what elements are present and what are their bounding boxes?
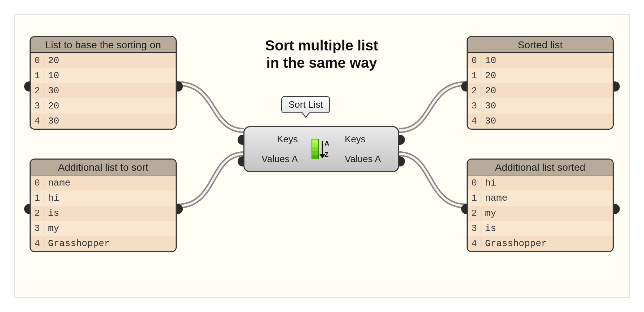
table-row: 120 — [468, 68, 613, 83]
row-index: 4 — [468, 238, 481, 249]
table-row: 020 — [31, 53, 176, 68]
sort-az-icon: A Z — [312, 138, 331, 161]
panel-output-grip[interactable] — [176, 81, 183, 92]
row-value: 20 — [481, 85, 496, 96]
row-index: 2 — [468, 85, 481, 96]
heading-line2: in the same way — [266, 55, 377, 71]
row-value: 30 — [481, 116, 496, 126]
row-index: 2 — [31, 208, 44, 219]
canvas[interactable]: Sort multiple list in the same way Sort … — [14, 14, 630, 298]
table-row: 0name — [31, 175, 176, 191]
panel-source-keys[interactable]: List to base the sorting on 020110230320… — [30, 36, 177, 130]
row-index: 3 — [31, 223, 44, 234]
table-row: 110 — [31, 68, 176, 83]
row-index: 1 — [468, 70, 481, 81]
table-row: 2my — [468, 206, 613, 221]
row-value: 10 — [481, 55, 496, 66]
row-value: is — [481, 223, 496, 234]
sort-output-grip-values[interactable] — [398, 156, 405, 166]
table-row: 2is — [31, 206, 176, 221]
row-index: 0 — [31, 178, 44, 188]
panel-output-grip[interactable] — [613, 204, 620, 214]
row-index: 2 — [468, 208, 481, 219]
panel-title: List to base the sorting on — [31, 37, 176, 53]
row-index: 0 — [468, 178, 481, 188]
row-value: my — [44, 223, 59, 234]
row-value: 20 — [44, 55, 59, 66]
table-row: 330 — [468, 98, 613, 113]
diagram-title: Sort multiple list in the same way — [210, 37, 433, 71]
table-row: 4Grasshopper — [468, 236, 613, 251]
row-index: 0 — [31, 55, 44, 66]
row-value: 30 — [44, 85, 59, 96]
panel-rows: 0name1hi2is3my4Grasshopper — [31, 175, 176, 251]
row-value: Grasshopper — [44, 238, 110, 249]
row-value: Grasshopper — [481, 238, 547, 249]
table-row: 4Grasshopper — [31, 236, 176, 251]
row-value: 30 — [481, 101, 496, 111]
panel-title: Additional list sorted — [468, 160, 613, 175]
row-index: 4 — [468, 116, 481, 126]
table-row: 010 — [468, 53, 613, 68]
panel-rows: 0hi1name2my3is4Grasshopper — [468, 175, 613, 251]
row-index: 1 — [468, 193, 481, 204]
output-port-keys-label: Keys — [345, 134, 398, 145]
row-index: 4 — [31, 238, 44, 249]
row-value: hi — [44, 193, 59, 204]
table-row: 0hi — [468, 175, 613, 191]
panel-title: Additional list to sort — [31, 160, 176, 175]
row-value: my — [481, 208, 496, 219]
panel-rows: 020110230320430 — [31, 53, 176, 129]
table-row: 3is — [468, 221, 613, 236]
row-index: 0 — [468, 55, 481, 66]
table-row: 430 — [468, 113, 613, 129]
panel-sorted-values[interactable]: Additional list sorted 0hi1name2my3is4Gr… — [467, 159, 614, 252]
output-port-values-label: Values A — [345, 153, 398, 165]
row-index: 3 — [468, 101, 481, 111]
sort-list-component[interactable]: Keys Values A A Z Keys Values A — [243, 126, 399, 172]
row-value: name — [44, 178, 70, 188]
table-row: 1hi — [31, 191, 176, 206]
row-index: 1 — [31, 193, 44, 204]
row-index: 3 — [31, 101, 44, 111]
row-index: 4 — [31, 116, 44, 126]
table-row: 1name — [468, 191, 613, 206]
table-row: 230 — [31, 83, 176, 98]
panel-title: Sorted list — [468, 37, 613, 53]
input-port-keys-label: Keys — [244, 134, 298, 145]
row-value: hi — [481, 178, 496, 188]
row-value: 10 — [44, 70, 59, 81]
row-value: is — [44, 208, 59, 219]
row-value: name — [481, 193, 507, 204]
sort-output-grip-keys[interactable] — [398, 135, 405, 145]
panel-output-grip[interactable] — [176, 204, 183, 214]
table-row: 320 — [31, 98, 176, 113]
component-tooltip: Sort List — [281, 96, 330, 113]
input-port-values-label: Values A — [244, 153, 298, 165]
panel-sorted-keys[interactable]: Sorted list 010120220330430 — [467, 36, 614, 130]
heading-line1: Sort multiple list — [265, 37, 378, 53]
row-value: 30 — [44, 116, 59, 126]
table-row: 430 — [31, 113, 176, 129]
panel-source-values[interactable]: Additional list to sort 0name1hi2is3my4G… — [30, 159, 177, 252]
row-index: 2 — [31, 85, 44, 96]
panel-output-grip[interactable] — [613, 81, 620, 92]
table-row: 3my — [31, 221, 176, 236]
table-row: 220 — [468, 83, 613, 98]
row-index: 1 — [31, 70, 44, 81]
tooltip-label: Sort List — [288, 99, 323, 110]
panel-rows: 010120220330430 — [468, 53, 613, 129]
row-index: 3 — [468, 223, 481, 234]
row-value: 20 — [481, 70, 496, 81]
row-value: 20 — [44, 101, 59, 111]
